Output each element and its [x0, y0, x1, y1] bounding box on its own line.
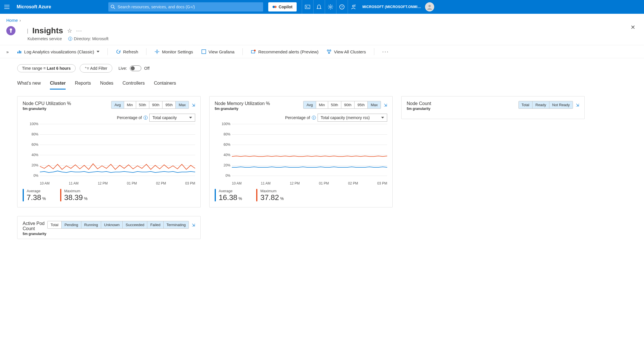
resource-type: Kubernetes service — [28, 36, 62, 41]
tab-cluster[interactable]: Cluster — [50, 81, 66, 90]
brand-title[interactable]: Microsoft Azure — [14, 4, 57, 9]
y-tick: 0% — [215, 174, 230, 178]
svg-point-27 — [156, 51, 158, 53]
notifications-icon[interactable] — [313, 0, 325, 14]
refresh-icon — [116, 49, 121, 54]
seg-item-50th[interactable]: 50th — [136, 101, 149, 108]
svg-rect-7 — [305, 5, 310, 9]
view-all-clusters-button[interactable]: View All Clusters — [326, 49, 366, 54]
mem-max-label: Maximum — [260, 189, 283, 193]
live-toggle[interactable] — [130, 65, 141, 71]
svg-point-37 — [328, 52, 330, 54]
gear-icon — [154, 49, 160, 54]
card-node-memory: Node Memory Utilization % 5m granularity… — [209, 96, 393, 207]
tab-containers[interactable]: Containers — [154, 81, 176, 90]
view-grafana-button[interactable]: View Grafana — [201, 49, 235, 54]
y-tick: 20% — [215, 163, 230, 167]
legend-swatch-avg — [215, 189, 216, 201]
tab-controllers[interactable]: Controllers — [123, 81, 145, 90]
x-tick: 03 PM — [185, 181, 195, 185]
seg-item-50th[interactable]: 50th — [328, 101, 341, 108]
mem-capacity-dropdown[interactable]: Total capacity (memory rss) — [318, 114, 387, 122]
more-menu[interactable]: ··· — [76, 28, 82, 34]
search-input[interactable] — [118, 5, 261, 9]
seg-item-max[interactable]: Max — [367, 101, 381, 108]
expand-sidebar-icon[interactable]: » — [6, 49, 9, 54]
hamburger-menu[interactable] — [0, 0, 14, 14]
seg-item-total[interactable]: Total — [519, 101, 532, 108]
tenant-label[interactable]: MICROSOFT (MICROSOFT.ONMI… — [363, 5, 421, 9]
x-tick: 10 AM — [232, 181, 242, 185]
seg-item-max[interactable]: Max — [175, 101, 189, 108]
seg-item-avg[interactable]: Avg — [304, 101, 316, 108]
mem-avg-value: 16.38 — [219, 193, 237, 202]
seg-item-failed[interactable]: Failed — [147, 221, 163, 228]
toolbar-overflow[interactable]: ··· — [382, 49, 389, 55]
close-blade-icon[interactable]: ✕ — [631, 24, 635, 31]
tab-nodes[interactable]: Nodes — [100, 81, 113, 90]
svg-point-35 — [327, 50, 329, 51]
tab-reports[interactable]: Reports — [75, 81, 91, 90]
seg-item-total[interactable]: Total — [48, 221, 61, 228]
info-icon[interactable]: i — [144, 116, 148, 120]
legend-swatch-max — [60, 189, 61, 201]
cloud-shell-icon[interactable] — [302, 0, 313, 14]
tab-what-s-new[interactable]: What's new — [17, 81, 41, 90]
seg-item-not-ready[interactable]: Not Ready — [549, 101, 573, 108]
y-tick: 80% — [23, 132, 38, 136]
favorite-star-icon[interactable]: ☆ — [67, 27, 72, 34]
cpu-capacity-dropdown[interactable]: Total capacity — [149, 114, 195, 122]
pin-icon[interactable]: ⇲ — [192, 103, 195, 107]
pin-icon[interactable]: ⇲ — [384, 103, 387, 107]
seg-item-running[interactable]: Running — [81, 221, 101, 228]
x-tick: 12 PM — [98, 181, 108, 185]
help-icon[interactable]: ? — [336, 0, 348, 14]
seg-item-pending[interactable]: Pending — [61, 221, 81, 228]
seg-item-ready[interactable]: Ready — [532, 101, 549, 108]
breadcrumb-home[interactable]: Home — [6, 18, 18, 23]
grafana-icon — [201, 49, 206, 54]
monitor-settings-button[interactable]: Monitor Settings — [154, 49, 193, 54]
seg-item-95th[interactable]: 95th — [354, 101, 367, 108]
card-pod-title: Active Pod Count — [23, 221, 47, 231]
add-filter-pill[interactable]: ⁺▿ Add Filter — [80, 64, 112, 73]
add-filter-icon: ⁺▿ — [85, 66, 89, 71]
seg-item-95th[interactable]: 95th — [162, 101, 175, 108]
card-active-pod-count: Active Pod Count 5m granularity TotalPen… — [17, 216, 201, 239]
copilot-button[interactable]: Copilot — [268, 2, 296, 11]
svg-line-14 — [329, 5, 329, 6]
seg-item-min[interactable]: Min — [124, 101, 136, 108]
pin-icon[interactable]: ⇲ — [576, 103, 579, 107]
global-search[interactable] — [108, 2, 263, 11]
card-nodecount-title: Node Count — [407, 101, 431, 106]
seg-item-min[interactable]: Min — [316, 101, 328, 108]
cpu-ddl-value: Total capacity — [152, 115, 177, 120]
feedback-icon[interactable] — [348, 0, 359, 14]
svg-point-21 — [428, 5, 431, 7]
settings-gear-icon[interactable] — [325, 0, 336, 14]
seg-item-succeeded[interactable]: Succeeded — [122, 221, 147, 228]
time-range-pill[interactable]: Time range = Last 6 hours — [17, 64, 76, 72]
card-pod-granularity: 5m granularity — [23, 232, 47, 236]
seg-item-90th[interactable]: 90th — [149, 101, 162, 108]
user-avatar[interactable] — [425, 2, 434, 11]
page-title: Insights — [32, 26, 63, 35]
pin-icon[interactable]: ⇲ — [192, 223, 195, 227]
time-range-label: Time range = — [22, 66, 46, 71]
chevron-right-icon: › — [19, 18, 21, 23]
seg-item-avg[interactable]: Avg — [111, 101, 124, 108]
viz-mode-dropdown[interactable]: Log Analytics visualizations (Classic) — [17, 49, 99, 54]
y-tick: 80% — [215, 132, 230, 136]
pct-unit: % — [237, 196, 242, 201]
y-tick: 100% — [23, 122, 38, 126]
refresh-button[interactable]: Refresh — [116, 49, 138, 54]
seg-item-terminating[interactable]: Terminating — [163, 221, 189, 228]
recommended-alerts-button[interactable]: Recommended alerts (Preview) — [251, 49, 318, 54]
seg-item-90th[interactable]: 90th — [341, 101, 354, 108]
svg-point-22 — [10, 28, 12, 31]
svg-line-16 — [329, 8, 329, 9]
cpu-avg-label: Average — [27, 189, 46, 193]
x-tick: 11 AM — [69, 181, 79, 185]
info-icon[interactable]: i — [312, 116, 316, 120]
seg-item-unknown[interactable]: Unknown — [101, 221, 122, 228]
